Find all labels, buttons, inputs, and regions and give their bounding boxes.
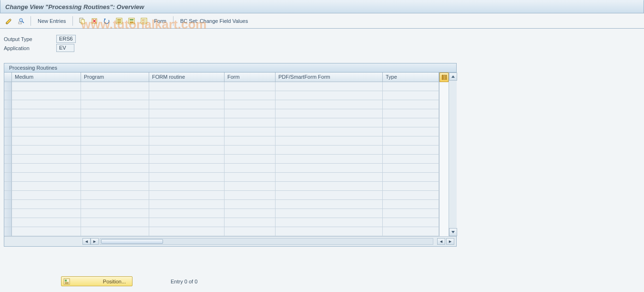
table-cell[interactable]: [149, 82, 225, 91]
table-cell[interactable]: [383, 136, 439, 146]
table-cell[interactable]: [12, 146, 81, 155]
table-cell[interactable]: [276, 109, 383, 118]
table-cell[interactable]: [383, 164, 439, 173]
table-row[interactable]: [12, 146, 439, 155]
table-cell[interactable]: [225, 227, 276, 236]
table-cell[interactable]: [81, 109, 149, 118]
table-row[interactable]: [12, 227, 439, 236]
table-cell[interactable]: [149, 200, 225, 209]
column-header[interactable]: Medium: [12, 73, 81, 82]
table-row[interactable]: [12, 109, 439, 118]
row-selector[interactable]: [4, 164, 12, 173]
bcset-button[interactable]: BC Set: Change Field Values: [177, 18, 251, 24]
scroll-up-icon[interactable]: [449, 73, 457, 81]
table-row[interactable]: [12, 155, 439, 164]
column-header[interactable]: Program: [81, 73, 149, 82]
position-button[interactable]: Position...: [61, 276, 133, 286]
table-cell[interactable]: [81, 200, 149, 209]
table-cell[interactable]: [276, 227, 383, 236]
table-cell[interactable]: [225, 155, 276, 164]
table-cell[interactable]: [12, 191, 81, 200]
table-cell[interactable]: [225, 191, 276, 200]
table-row[interactable]: [12, 91, 439, 100]
table-row[interactable]: [12, 136, 439, 146]
table-cell[interactable]: [12, 164, 81, 173]
row-selector[interactable]: [4, 100, 12, 109]
table-cell[interactable]: [12, 155, 81, 164]
copy-as-icon[interactable]: [77, 16, 87, 26]
table-cell[interactable]: [225, 218, 276, 227]
table-cell[interactable]: [81, 155, 149, 164]
table-cell[interactable]: [276, 91, 383, 100]
table-cell[interactable]: [276, 146, 383, 155]
horizontal-scrollbar[interactable]: ◄ ► ◄ ►: [4, 236, 456, 246]
table-cell[interactable]: [383, 209, 439, 218]
table-cell[interactable]: [383, 200, 439, 209]
table-cell[interactable]: [383, 127, 439, 136]
table-cell[interactable]: [383, 109, 439, 118]
table-cell[interactable]: [276, 218, 383, 227]
table-cell[interactable]: [276, 191, 383, 200]
table-cell[interactable]: [81, 227, 149, 236]
table-cell[interactable]: [225, 164, 276, 173]
configure-columns-icon[interactable]: [440, 73, 449, 82]
form-button[interactable]: Form: [151, 18, 169, 24]
table-cell[interactable]: [276, 182, 383, 191]
column-header[interactable]: PDF/SmartForm Form: [276, 73, 383, 82]
table-cell[interactable]: [383, 155, 439, 164]
table-cell[interactable]: [12, 227, 81, 236]
table-row[interactable]: [12, 82, 439, 91]
table-cell[interactable]: [383, 91, 439, 100]
table-cell[interactable]: [149, 164, 225, 173]
table-cell[interactable]: [225, 118, 276, 127]
hscroll-track[interactable]: [100, 238, 433, 245]
table-cell[interactable]: [383, 82, 439, 91]
table-cell[interactable]: [276, 82, 383, 91]
table-cell[interactable]: [225, 109, 276, 118]
table-cell[interactable]: [276, 118, 383, 127]
table-cell[interactable]: [81, 82, 149, 91]
row-selector[interactable]: [4, 91, 12, 100]
hscroll-thumb[interactable]: [101, 239, 163, 244]
table-cell[interactable]: [276, 200, 383, 209]
table-row[interactable]: [12, 191, 439, 200]
table-cell[interactable]: [81, 164, 149, 173]
table-cell[interactable]: [12, 127, 81, 136]
table-cell[interactable]: [225, 100, 276, 109]
table-cell[interactable]: [81, 127, 149, 136]
table-cell[interactable]: [225, 136, 276, 146]
column-header[interactable]: FORM routine: [149, 73, 225, 82]
table-row[interactable]: [12, 164, 439, 173]
table-cell[interactable]: [149, 109, 225, 118]
table-cell[interactable]: [276, 164, 383, 173]
table-cell[interactable]: [276, 209, 383, 218]
table-cell[interactable]: [12, 218, 81, 227]
row-selector[interactable]: [4, 82, 12, 91]
table-cell[interactable]: [12, 209, 81, 218]
table-cell[interactable]: [225, 209, 276, 218]
table-row[interactable]: [12, 100, 439, 109]
table-cell[interactable]: [149, 173, 225, 182]
table-cell[interactable]: [383, 191, 439, 200]
undo-icon[interactable]: [102, 16, 112, 26]
table-cell[interactable]: [276, 173, 383, 182]
scroll-left-icon[interactable]: ◄: [82, 238, 91, 245]
table-cell[interactable]: [225, 146, 276, 155]
table-cell[interactable]: [81, 173, 149, 182]
table-cell[interactable]: [149, 136, 225, 146]
table-cell[interactable]: [81, 191, 149, 200]
table-row[interactable]: [12, 173, 439, 182]
table-cell[interactable]: [81, 91, 149, 100]
table-cell[interactable]: [81, 118, 149, 127]
table-row[interactable]: [12, 209, 439, 218]
table-row[interactable]: [12, 118, 439, 127]
row-selector[interactable]: [4, 173, 12, 182]
scroll-down-icon[interactable]: [449, 228, 457, 236]
scroll-right-end-icon[interactable]: ►: [446, 238, 454, 245]
row-selector[interactable]: [4, 191, 12, 200]
deselect-all-icon[interactable]: [139, 16, 149, 26]
select-all-icon[interactable]: [114, 16, 124, 26]
table-cell[interactable]: [149, 191, 225, 200]
table-cell[interactable]: [81, 100, 149, 109]
table-cell[interactable]: [276, 100, 383, 109]
